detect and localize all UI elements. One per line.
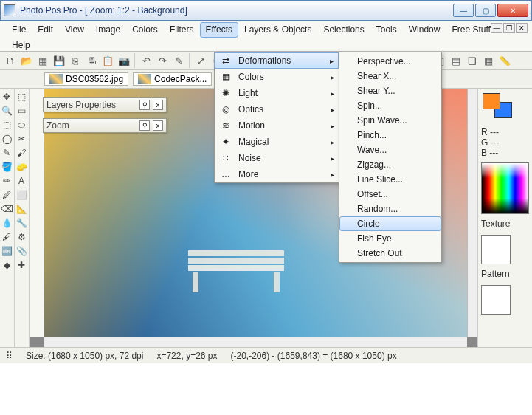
effects-item-magical[interactable]: ✦Magical▸ — [215, 134, 339, 150]
close-button[interactable]: ✕ — [497, 4, 528, 17]
deform-item-spin[interactable]: Spin... — [339, 98, 441, 113]
close-icon[interactable]: x — [153, 120, 163, 131]
tool-button[interactable]: ⬭ — [15, 118, 28, 131]
menu-filters[interactable]: Filters — [164, 22, 200, 38]
toolbar-button[interactable]: ▤ — [449, 53, 463, 68]
toolbar-button[interactable]: ❏ — [465, 53, 480, 68]
tool-button[interactable]: 🔧 — [15, 216, 28, 230]
foreground-color[interactable] — [483, 93, 500, 109]
tool-button[interactable]: 💧 — [0, 216, 13, 230]
tool-button[interactable]: 📎 — [15, 244, 28, 258]
document-tab[interactable]: CodecPack... — [133, 72, 212, 86]
deform-item-shear-y[interactable]: Shear Y... — [339, 83, 441, 98]
tool-button[interactable]: 🧽 — [15, 160, 28, 174]
menu-effects[interactable]: Effects — [200, 22, 238, 38]
deform-item-line-slice[interactable]: Line Slice... — [339, 172, 441, 187]
tool-button[interactable]: 🖌 — [15, 146, 28, 160]
maximize-button[interactable]: ▢ — [475, 4, 496, 17]
scrollbar-horizontal[interactable] — [44, 337, 467, 347]
deform-item-wave[interactable]: Wave... — [339, 143, 441, 157]
toolbar-button[interactable]: ⎘ — [68, 53, 83, 68]
pattern-swatch[interactable] — [481, 285, 511, 315]
tool-button[interactable]: ✚ — [15, 258, 28, 272]
tool-button[interactable]: ✏ — [0, 174, 13, 188]
effects-item-light[interactable]: ✺Light▸ — [215, 85, 339, 101]
deform-item-offset[interactable]: Offset... — [339, 187, 441, 202]
tool-button[interactable]: ⬚ — [15, 90, 28, 103]
menu-layers-objects[interactable]: Layers & Objects — [238, 22, 317, 38]
tool-button[interactable]: 🔍 — [0, 104, 13, 117]
deform-item-fish-eye[interactable]: Fish Eye — [339, 231, 441, 246]
toolbar-button[interactable]: ▦ — [35, 53, 50, 68]
menu-colors[interactable]: Colors — [126, 22, 164, 38]
toolbar-button[interactable]: 💾 — [52, 53, 66, 68]
toolbar-button[interactable]: 📏 — [497, 53, 512, 68]
tool-button[interactable]: 🪣 — [0, 160, 13, 174]
tool-button[interactable]: ▭ — [15, 104, 28, 117]
menu-help[interactable]: Help — [6, 38, 36, 53]
tool-button[interactable]: ◯ — [0, 132, 13, 145]
effects-item-noise[interactable]: ∷Noise▸ — [215, 150, 339, 166]
document-tab-label: DSC03562.jpg — [66, 74, 123, 84]
deform-item-spin-wave[interactable]: Spin Wave... — [339, 113, 441, 128]
tool-button[interactable]: ⬜ — [15, 188, 28, 202]
deform-item-pinch[interactable]: Pinch... — [339, 128, 441, 143]
mdi-restore-button[interactable]: ❐ — [503, 23, 515, 33]
toolbar-button[interactable]: 📋 — [100, 53, 115, 68]
tool-button[interactable]: 🖉 — [0, 188, 13, 202]
deform-item-label: Fish Eye — [357, 233, 392, 244]
toolbar-button[interactable]: 🖶 — [84, 53, 99, 68]
menu-free-stuff[interactable]: Free Stuff — [446, 22, 496, 38]
tool-button[interactable]: A — [15, 174, 28, 188]
mdi-minimize-button[interactable]: — — [491, 23, 502, 33]
deform-item-circle[interactable]: Circle — [339, 216, 441, 231]
deform-item-perspective[interactable]: Perspective... — [339, 54, 441, 69]
menu-edit[interactable]: Edit — [32, 22, 59, 38]
effects-item-more[interactable]: …More▸ — [215, 166, 339, 182]
document-tab[interactable]: DSC03562.jpg — [44, 72, 128, 86]
tool-button[interactable]: 🖋 — [0, 230, 13, 244]
mdi-close-button[interactable]: ✕ — [516, 23, 528, 33]
tool-button[interactable]: ✎ — [0, 146, 13, 160]
menu-file[interactable]: File — [6, 22, 32, 38]
texture-swatch[interactable] — [481, 235, 511, 264]
toolbar-button[interactable]: 📂 — [19, 53, 34, 68]
tool-button[interactable]: ⬚ — [0, 118, 13, 131]
menu-image[interactable]: Image — [90, 22, 126, 38]
tool-button[interactable]: ⌫ — [0, 202, 13, 216]
pin-icon[interactable]: ⚲ — [139, 120, 150, 131]
toolbar-button[interactable]: ▦ — [481, 53, 496, 68]
color-swatches[interactable] — [481, 93, 529, 123]
minimize-button[interactable]: — — [453, 4, 474, 17]
zoom-panel[interactable]: Zoom ⚲ x — [43, 118, 167, 133]
effects-item-deformations[interactable]: ⇄Deformations▸ — [215, 52, 339, 69]
pin-icon[interactable]: ⚲ — [139, 100, 150, 110]
tool-button[interactable]: 📐 — [15, 202, 28, 216]
tool-button[interactable]: ✂ — [15, 132, 28, 145]
tool-button[interactable]: ⚙ — [15, 230, 28, 244]
tool-button[interactable]: 🔤 — [0, 244, 13, 258]
tool-button[interactable]: ◆ — [0, 258, 13, 272]
effects-item-colors[interactable]: ▦Colors▸ — [215, 69, 339, 85]
layers-properties-panel[interactable]: Layers Properties ⚲ x — [43, 97, 167, 112]
toolbar-button[interactable]: ✎ — [171, 53, 186, 68]
close-icon[interactable]: x — [153, 100, 163, 110]
deform-item-stretch-out[interactable]: Stretch Out — [339, 246, 441, 261]
effects-item-optics[interactable]: ◎Optics▸ — [215, 101, 339, 117]
toolbar-button[interactable]: ⤢ — [193, 53, 208, 68]
toolbar-button[interactable]: ↷ — [155, 53, 170, 68]
toolbar-button[interactable]: 📷 — [117, 53, 131, 68]
deform-item-zigzag[interactable]: Zigzag... — [339, 157, 441, 172]
toolbar-button[interactable]: 🗋 — [3, 53, 18, 68]
menu-view[interactable]: View — [59, 22, 90, 38]
menu-window[interactable]: Window — [403, 22, 446, 38]
tool-button[interactable]: ✥ — [0, 90, 13, 103]
effects-item-motion[interactable]: ≋Motion▸ — [215, 117, 339, 134]
menu-tools[interactable]: Tools — [370, 22, 403, 38]
toolbar-button[interactable]: ↶ — [139, 53, 153, 68]
menu-selections[interactable]: Selections — [317, 22, 370, 38]
scrollbar-vertical[interactable] — [467, 89, 477, 337]
deform-item-shear-x[interactable]: Shear X... — [339, 69, 441, 83]
color-picker[interactable] — [481, 162, 529, 214]
deform-item-random[interactable]: Random... — [339, 202, 441, 216]
